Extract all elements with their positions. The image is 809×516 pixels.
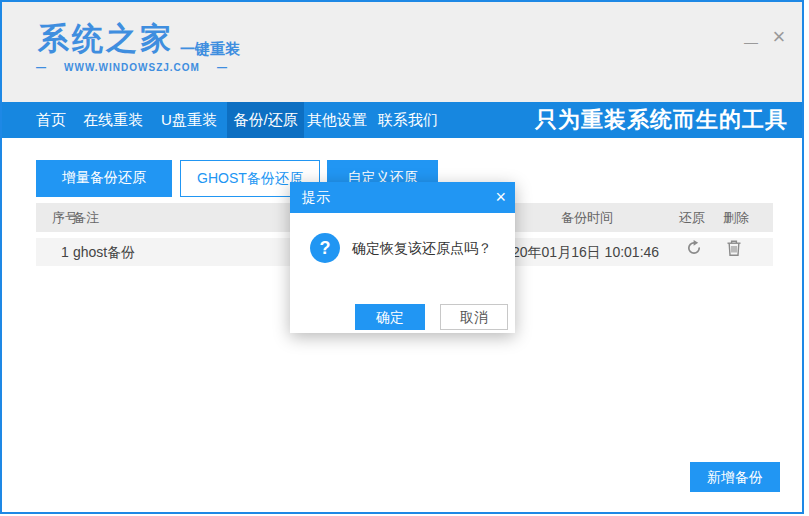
dash-right: — xyxy=(217,62,228,73)
refresh-icon xyxy=(685,238,703,266)
nav-item-usb-reinstall[interactable]: U盘重装 xyxy=(156,102,222,138)
dialog-close-icon[interactable]: × xyxy=(495,182,506,212)
restore-row-button[interactable] xyxy=(682,238,706,266)
nav-slogan: 只为重装系统而生的工具 xyxy=(535,102,788,138)
nav-item-backup-restore[interactable]: 备份/还原 xyxy=(227,102,304,138)
nav-item-other-settings[interactable]: 其他设置 xyxy=(306,102,368,138)
nav-item-online-reinstall[interactable]: 在线重装 xyxy=(82,102,144,138)
dash-left: — xyxy=(36,62,47,73)
col-note: 备注 xyxy=(73,203,99,232)
brand-logo: 系统之家 xyxy=(38,18,174,60)
close-icon[interactable]: × xyxy=(766,22,792,48)
col-delete: 删除 xyxy=(706,203,766,232)
titlebar: 系统之家 一键重装 — WWW.WINDOWSZJ.COM — — × xyxy=(2,2,802,102)
row-note: ghost备份 xyxy=(73,238,135,266)
tab-incremental-backup[interactable]: 增量备份还原 xyxy=(36,160,172,197)
add-backup-button[interactable]: 新增备份 xyxy=(690,462,780,492)
main-nav: 首页 在线重装 U盘重装 备份/还原 其他设置 联系我们 只为重装系统而生的工具 xyxy=(2,102,802,138)
brand-tagline: 一键重装 xyxy=(180,40,240,59)
app-window: 系统之家 一键重装 — WWW.WINDOWSZJ.COM — — × 首页 在… xyxy=(0,0,804,514)
trash-icon xyxy=(726,238,742,266)
brand-website: — WWW.WINDOWSZJ.COM — xyxy=(36,62,228,73)
nav-item-contact[interactable]: 联系我们 xyxy=(377,102,439,138)
col-backup-time: 备份时间 xyxy=(492,203,682,232)
dialog-message: 确定恢复该还原点吗？ xyxy=(352,240,492,258)
dialog-titlebar: 提示 × xyxy=(290,182,515,213)
minimize-icon[interactable]: — xyxy=(738,22,764,48)
question-icon: ? xyxy=(310,233,340,263)
website-text: WWW.WINDOWSZJ.COM xyxy=(64,62,200,73)
nav-item-home[interactable]: 首页 xyxy=(26,102,76,138)
row-backup-time: 20年01月16日 10:01:46 xyxy=(512,238,659,266)
ok-button[interactable]: 确定 xyxy=(355,304,425,330)
delete-row-button[interactable] xyxy=(722,238,746,266)
dialog-title: 提示 xyxy=(302,182,330,213)
confirm-dialog: 提示 × ? 确定恢复该还原点吗？ 确定 取消 xyxy=(290,182,515,333)
cancel-button[interactable]: 取消 xyxy=(440,304,508,330)
